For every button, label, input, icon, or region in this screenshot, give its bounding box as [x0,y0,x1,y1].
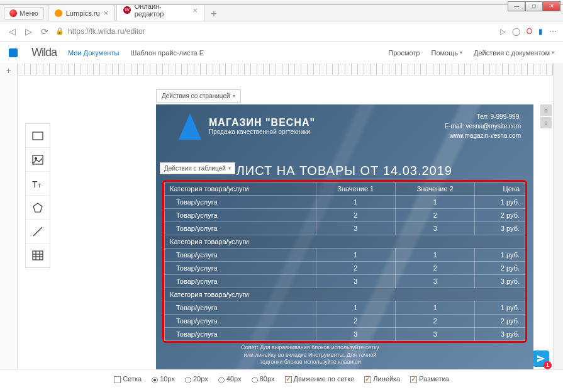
browser-tab[interactable]: Lumpics.ru × [48,4,115,21]
vertical-ruler: + [0,63,18,369]
preview-link[interactable]: Просмотр [388,49,420,57]
table-actions-dropdown[interactable]: Действия с таблицей▾ [160,162,235,174]
table-cell: 2 [316,315,395,328]
my-documents-link[interactable]: Мои Документы [68,49,119,57]
opera-badge-icon[interactable]: O [527,27,532,36]
table-cell: Товар/услуга [165,222,316,235]
window-minimize[interactable]: — [508,1,525,11]
table-cell: Товар/услуга [165,315,316,328]
table-cell: 2 [316,209,395,222]
table-row[interactable]: Товар/услуга333 руб. [165,222,525,235]
grid-40px[interactable]: 40px [218,375,242,383]
browser-tab-bar: Меню Lumpics.ru × W Онлайн-редактор × + [0,5,563,21]
table-header: Цена [475,182,525,196]
app-logo[interactable]: Wilda [31,46,57,59]
table-row[interactable]: Товар/услуга333 руб. [165,328,525,341]
company-title: МАГАЗИН "ВЕСНА" [209,117,315,128]
table-header: Категория товара/услуги [165,182,316,196]
tab-favicon [55,9,62,17]
page-down-button[interactable]: ↓ [540,117,552,128]
extension-icon[interactable]: ▷ [500,27,506,36]
table-cell: 3 [395,328,474,341]
company-contact: Тел: 9-999-999, E-mail: vesna@mysite.com… [445,112,521,140]
help-menu[interactable]: Помощь▾ [431,49,462,57]
table-cell: Товар/услуга [165,249,316,262]
vertical-scrollbar[interactable] [553,63,563,369]
editor-footer: Сетка 10px 20px 40px 80px Движение по се… [0,369,563,388]
table-cell: 2 руб. [475,315,525,328]
ruler-toggle[interactable]: Линейка [364,375,400,383]
table-cell: 1 [316,249,395,262]
window-close[interactable]: ✕ [543,1,560,11]
table-row[interactable]: Товар/услуга222 руб. [165,315,525,328]
forward-button[interactable]: ▷ [23,26,34,37]
app-icon[interactable] [9,48,18,57]
hint-text: Совет: Для выравнивания блоков используй… [238,344,382,366]
table-cell: 3 руб. [475,275,525,288]
chevron-down-icon: ▾ [552,50,554,55]
table-cell: 3 [316,275,395,288]
tab-close-icon[interactable]: × [193,6,198,15]
table-cell: 1 [316,196,395,209]
reload-button[interactable]: ⟳ [39,26,50,37]
table-cell: 2 [395,315,474,328]
table-cell: 2 [395,209,474,222]
window-titlebar: — □ ✕ [0,0,563,5]
table-category-row: Категория товара/услуги [165,235,525,249]
page-up-button[interactable]: ↑ [540,104,552,116]
table-cell: Товар/услуга [165,301,316,315]
table-row[interactable]: Товар/услуга111 руб. [165,196,525,209]
table-cell: 1 руб. [475,301,525,315]
url-text: https://lk.wilda.ru/editor [68,27,145,36]
layout-toggle[interactable]: Разметка [410,375,449,383]
page-actions-dropdown[interactable]: Действия со страницей▾ [156,89,241,103]
canvas-area: Действия со страницей▾ ↑ ↓ МАГАЗИН "ВЕСН… [18,74,553,369]
addr-right-icons: ▷ ◯ O ▮ ⋯ [500,27,557,36]
table-category-row: Категория товара/услуги [165,288,525,301]
opera-menu-button[interactable]: Меню [4,7,44,20]
table-cell: 3 [395,222,474,235]
back-button[interactable]: ◁ [6,26,18,37]
snap-toggle[interactable]: Движение по сетке [285,375,355,383]
template-name: Шаблон прайс-листа Е [130,49,204,57]
address-bar: ◁ ▷ ⟳ 🔒 https://lk.wilda.ru/editor ▷ ◯ O… [0,21,563,42]
table-row[interactable]: Товар/услуга111 руб. [165,301,525,315]
tab-close-icon[interactable]: × [104,8,109,18]
table-cell: 2 руб. [475,209,525,222]
grid-20px[interactable]: 20px [185,375,208,383]
page-nav-arrows: ↑ ↓ [540,104,553,128]
extension-icon[interactable]: ◯ [512,27,520,36]
window-maximize[interactable]: □ [525,1,543,11]
new-tab-button[interactable]: + [206,7,221,21]
extension-icon[interactable]: ▮ [538,27,543,36]
add-page-button[interactable]: + [0,63,17,78]
table-cell: 1 [316,301,395,315]
table-cell: 1 руб. [475,249,525,262]
chat-widget[interactable] [533,350,549,367]
table-row[interactable]: Товар/услуга111 руб. [165,249,525,262]
table-row[interactable]: Товар/услуга333 руб. [165,275,525,288]
chevron-down-icon: ▾ [233,93,235,99]
table-cell: 3 [316,328,395,341]
more-icon[interactable]: ⋯ [549,27,557,36]
table-cell: 3 [395,275,474,288]
table-cell: 1 [395,196,474,209]
table-row[interactable]: Товар/услуга222 руб. [165,262,525,275]
table-cell: 2 [395,262,474,275]
grid-10px[interactable]: 10px [152,375,175,383]
document-heading: -ЛИСТ НА ТОВАРЫ ОТ 14.03.2019 [231,164,452,178]
document-page[interactable]: МАГАЗИН "ВЕСНА" Продажа качественной орг… [156,104,533,369]
grid-80px[interactable]: 80px [252,375,275,383]
doc-actions-menu[interactable]: Действия с документом▾ [474,49,554,57]
url-field[interactable]: 🔒 https://lk.wilda.ru/editor [55,27,495,36]
price-table-selection[interactable]: Категория товара/услугиЗначение 1Значени… [162,180,527,343]
tab-favicon: W [123,6,131,14]
grid-toggle[interactable]: Сетка [114,375,142,383]
tab-label: Lumpics.ru [66,9,100,17]
table-cell: 2 [316,262,395,275]
table-cell: 3 руб. [475,328,525,341]
opera-icon [9,9,17,17]
table-header: Значение 2 [395,182,474,196]
table-cell: 3 руб. [475,222,525,235]
table-row[interactable]: Товар/услуга222 руб. [165,209,525,222]
